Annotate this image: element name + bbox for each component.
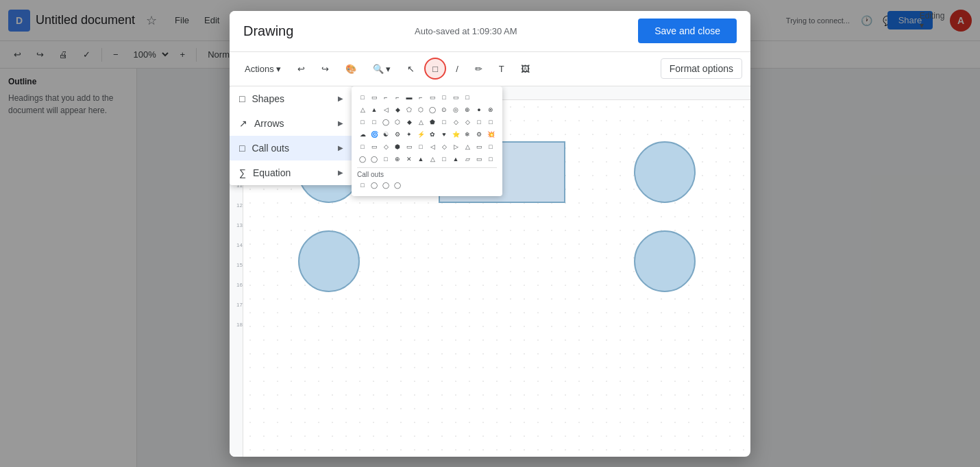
- shape-f4[interactable]: ⬢: [392, 141, 403, 152]
- shape-penta-btn[interactable]: ⬠: [404, 104, 415, 115]
- shape-g2[interactable]: ◯: [369, 154, 380, 165]
- shape-rtri-btn[interactable]: ◁: [380, 104, 391, 115]
- shape-circle-4[interactable]: [634, 230, 696, 292]
- shape-tri1-btn[interactable]: △: [357, 104, 368, 115]
- shape-b7[interactable]: ⬟: [427, 117, 438, 128]
- shape-lightning-btn[interactable]: ⚡: [415, 129, 426, 140]
- shape-yin-btn[interactable]: ☯: [380, 129, 391, 140]
- format-options-btn[interactable]: Format options: [661, 58, 742, 79]
- shape-spiral-btn[interactable]: 🌀: [369, 129, 380, 140]
- shape-snow-btn[interactable]: ❄: [462, 129, 473, 140]
- shape-b1[interactable]: □: [357, 117, 368, 128]
- shape-dot-btn[interactable]: ●: [474, 104, 485, 115]
- shape-g8[interactable]: □: [439, 154, 450, 165]
- shape-f7[interactable]: ◁: [427, 141, 438, 152]
- shape-b11[interactable]: □: [474, 117, 485, 128]
- shape-b6[interactable]: △: [415, 117, 426, 128]
- shape-oval-btn[interactable]: ⊙: [439, 104, 450, 115]
- dropdown-callouts[interactable]: □ Call outs ▶: [230, 136, 353, 160]
- shape-rect8-btn[interactable]: □: [462, 92, 473, 103]
- dropdown-shapes[interactable]: □ Shapes ▶: [230, 86, 353, 111]
- draw-line-btn[interactable]: /: [449, 58, 465, 80]
- shape-f1[interactable]: □: [357, 141, 368, 152]
- shape-f9[interactable]: ▷: [450, 141, 461, 152]
- drawing-canvas[interactable]: 17 18 19 20 21 22 23 24 25 26 7 8 9 10 1…: [230, 86, 750, 457]
- shape-cloud-btn[interactable]: ☁: [357, 129, 368, 140]
- draw-paintformat-btn[interactable]: 🎨: [339, 58, 363, 80]
- draw-image-btn[interactable]: 🖼: [514, 58, 537, 80]
- callout-oval-btn[interactable]: ◯: [380, 180, 391, 191]
- shapes-dropdown: □ Shapes ▶ ↗ Arrows ▶ □ Call outs ▶ ∑ Eq…: [230, 86, 353, 185]
- shape-g9[interactable]: ▲: [450, 154, 461, 165]
- shape-f10[interactable]: △: [462, 141, 473, 152]
- draw-redo-btn[interactable]: ↪: [315, 58, 336, 80]
- shape-g5[interactable]: ✕: [404, 154, 415, 165]
- shape-b12[interactable]: □: [485, 117, 496, 128]
- shape-circle-2[interactable]: [634, 141, 696, 203]
- shape-heart-btn[interactable]: ♥: [439, 129, 450, 140]
- callout-cloud-btn[interactable]: ◯: [392, 180, 403, 191]
- shape-rect5-btn[interactable]: ▭: [427, 92, 438, 103]
- draw-select-btn[interactable]: ↖: [400, 58, 421, 80]
- shape-b8[interactable]: □: [439, 117, 450, 128]
- draw-zoom-btn[interactable]: 🔍 ▾: [366, 58, 398, 80]
- shape-diamond-btn[interactable]: ◆: [392, 104, 403, 115]
- shape-cog-btn[interactable]: ⚙: [474, 129, 485, 140]
- arrows-label: Arrows: [254, 118, 284, 129]
- shape-g11[interactable]: ▭: [474, 154, 485, 165]
- dropdown-equation[interactable]: ∑ Equation ▶: [230, 160, 353, 185]
- shape-f6[interactable]: □: [415, 141, 426, 152]
- shape-f11[interactable]: ▭: [474, 141, 485, 152]
- draw-shape-btn[interactable]: □: [424, 58, 446, 80]
- shape-b9[interactable]: ◇: [450, 117, 461, 128]
- modal-title: Drawing: [243, 23, 293, 39]
- shape-b5[interactable]: ◆: [404, 117, 415, 128]
- drawing-toolbar: Actions ▾ ↩ ↪ 🎨 🔍 ▾ ↖ □ / ✏ T 🖼 Format o…: [230, 52, 750, 86]
- save-close-button[interactable]: Save and close: [638, 19, 737, 43]
- callout-rect-btn[interactable]: □: [357, 180, 368, 191]
- shape-rect4-btn[interactable]: ⌐: [415, 92, 426, 103]
- shape-g6[interactable]: ▲: [415, 154, 426, 165]
- shape-f3[interactable]: ◇: [380, 141, 391, 152]
- shape-flower-btn[interactable]: ✿: [427, 129, 438, 140]
- shape-rect7-btn[interactable]: ▭: [450, 92, 461, 103]
- callout-round-btn[interactable]: ◯: [369, 180, 380, 191]
- dropdown-arrows[interactable]: ↗ Arrows ▶: [230, 111, 353, 136]
- shape-g12[interactable]: □: [485, 154, 496, 165]
- shape-circle-btn[interactable]: ◯: [427, 104, 438, 115]
- shape-f5[interactable]: ▭: [404, 141, 415, 152]
- shape-snip2-btn[interactable]: ⌐: [392, 92, 403, 103]
- shape-roundrect-btn[interactable]: ▭: [369, 92, 380, 103]
- shape-tri2-btn[interactable]: ▲: [369, 104, 380, 115]
- shape-hexa-btn[interactable]: ⬡: [415, 104, 426, 115]
- shape-blast-btn[interactable]: 💥: [485, 129, 496, 140]
- shape-f8[interactable]: ◇: [439, 141, 450, 152]
- shape-g1[interactable]: ◯: [357, 154, 368, 165]
- shape-star4-btn[interactable]: ✦: [404, 129, 415, 140]
- actions-btn[interactable]: Actions ▾: [238, 58, 288, 80]
- shapes-row4: ☁ 🌀 ☯ ⚙ ✦ ⚡ ✿ ♥ ⭐ ❄ ⚙ 💥: [357, 129, 497, 140]
- shape-b3[interactable]: ◯: [380, 117, 391, 128]
- shape-rect3-btn[interactable]: ▬: [404, 92, 415, 103]
- shape-star-btn[interactable]: ⭐: [450, 129, 461, 140]
- shape-ring-btn[interactable]: ◎: [450, 104, 461, 115]
- shape-g4[interactable]: ⊕: [392, 154, 403, 165]
- shape-b4[interactable]: ⬡: [392, 117, 403, 128]
- shape-b10[interactable]: ◇: [462, 117, 473, 128]
- shape-rect6-btn[interactable]: □: [439, 92, 450, 103]
- shape-gear-btn[interactable]: ⚙: [392, 129, 403, 140]
- draw-undo-btn[interactable]: ↩: [291, 58, 312, 80]
- shape-cross-btn[interactable]: ⊗: [485, 104, 496, 115]
- shape-circle-3[interactable]: [298, 230, 360, 292]
- shape-rect-btn[interactable]: □: [357, 92, 368, 103]
- shape-plus-btn[interactable]: ⊕: [462, 104, 473, 115]
- shape-g10[interactable]: ▱: [462, 154, 473, 165]
- shape-f12[interactable]: □: [485, 141, 496, 152]
- draw-text-btn[interactable]: T: [492, 58, 511, 80]
- shape-b2[interactable]: □: [369, 117, 380, 128]
- shape-g7[interactable]: △: [427, 154, 438, 165]
- shape-snip-btn[interactable]: ⌐: [380, 92, 391, 103]
- shape-g3[interactable]: □: [380, 154, 391, 165]
- draw-scribble-btn[interactable]: ✏: [468, 58, 489, 80]
- shape-f2[interactable]: ▭: [369, 141, 380, 152]
